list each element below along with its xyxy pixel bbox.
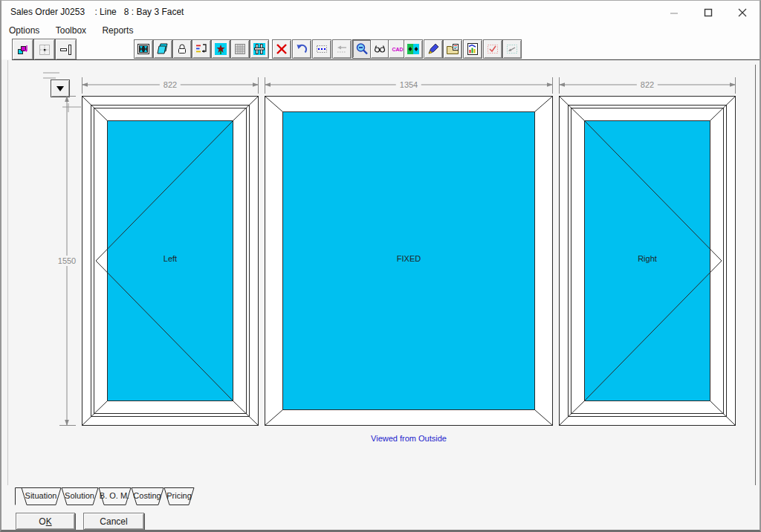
facet-center-label: FIXED bbox=[397, 254, 421, 263]
ok-button[interactable]: OK bbox=[16, 513, 75, 530]
menu-options[interactable]: Options bbox=[3, 24, 45, 37]
vent-leaf-icon bbox=[214, 42, 227, 56]
tab-costing[interactable]: Costing bbox=[133, 491, 161, 500]
specification-icon bbox=[195, 42, 208, 56]
report-folder-button[interactable] bbox=[443, 39, 462, 59]
dimension-right2-value[interactable]: 822 bbox=[637, 80, 658, 89]
ok-button-label: OK bbox=[39, 516, 51, 527]
undo-icon bbox=[295, 42, 308, 56]
facet-center[interactable]: FIXED bbox=[265, 96, 553, 426]
svg-text:CAD: CAD bbox=[392, 47, 403, 52]
design-canvas: 822 1354 822 1550 bbox=[1, 60, 761, 485]
glazing-button[interactable] bbox=[153, 39, 172, 59]
annotate-pen-button[interactable] bbox=[424, 39, 443, 59]
minimize-icon bbox=[670, 8, 679, 17]
undo-button[interactable] bbox=[292, 39, 311, 59]
copy-items-icon bbox=[16, 43, 30, 56]
window-title: Sales Order J0253 : Line 8 : Bay 3 Facet bbox=[10, 7, 184, 17]
surface-pattern-icon bbox=[233, 42, 247, 56]
close-button[interactable] bbox=[725, 1, 760, 24]
grid-select-icon bbox=[38, 43, 51, 56]
dimension-left-value[interactable]: 822 bbox=[160, 80, 181, 89]
hardware-lock-icon bbox=[175, 42, 189, 56]
chart-report-button[interactable] bbox=[463, 39, 482, 59]
close-icon bbox=[738, 8, 747, 17]
scroll-grid-button bbox=[502, 39, 522, 59]
maximize-icon bbox=[704, 8, 713, 17]
dim-points-button[interactable] bbox=[312, 39, 331, 59]
view-3d-icon bbox=[373, 42, 386, 56]
facet-right-label: Right bbox=[638, 254, 657, 263]
delete-button[interactable] bbox=[272, 39, 291, 59]
cancel-button[interactable]: Cancel bbox=[83, 513, 144, 530]
sash-design-icon bbox=[137, 42, 150, 56]
vent-leaf-button[interactable] bbox=[211, 39, 230, 59]
delete-icon bbox=[275, 42, 288, 56]
application-window: Sales Order J0253 : Line 8 : Bay 3 Facet… bbox=[0, 0, 761, 532]
hardware-button[interactable] bbox=[172, 39, 192, 59]
minimize-button[interactable] bbox=[657, 1, 691, 24]
view-3d-button[interactable] bbox=[370, 39, 389, 59]
grid-select-button[interactable] bbox=[33, 39, 55, 60]
scroll-grid-icon bbox=[505, 42, 519, 56]
viewed-from-outside-caption: Viewed from Outside bbox=[371, 434, 447, 443]
canvas-left-edge bbox=[7, 60, 8, 485]
dimension-center-value[interactable]: 1354 bbox=[396, 80, 421, 89]
zoom-icon bbox=[355, 42, 369, 56]
menu-toolbox[interactable]: Toolbox bbox=[50, 24, 92, 37]
canvas-right-edge bbox=[755, 65, 756, 485]
dim-points-icon bbox=[315, 42, 328, 56]
verify-grid-button bbox=[483, 39, 502, 59]
cad-export-icon: CAD bbox=[390, 42, 405, 56]
shift-left-button bbox=[332, 39, 352, 59]
specification-button[interactable] bbox=[192, 39, 211, 59]
menu-reports[interactable]: Reports bbox=[96, 24, 139, 37]
facet-left-label: Left bbox=[163, 254, 177, 263]
chart-report-icon bbox=[466, 42, 479, 56]
move-nodes-icon bbox=[407, 42, 420, 56]
title-bar: Sales Order J0253 : Line 8 : Bay 3 Facet bbox=[1, 1, 760, 24]
menu-bar: Options Toolbox Reports bbox=[1, 24, 760, 38]
tab-situation[interactable]: Situation bbox=[25, 491, 57, 500]
facet-left[interactable]: Left bbox=[82, 96, 259, 426]
zoom-button[interactable] bbox=[352, 39, 372, 59]
annotate-pen-icon bbox=[427, 42, 440, 56]
report-folder-icon bbox=[446, 42, 459, 56]
verify-grid-icon bbox=[486, 42, 499, 56]
surface-pattern-button[interactable] bbox=[230, 39, 250, 59]
glazing-bars-button[interactable] bbox=[250, 39, 269, 59]
copy-items-button[interactable] bbox=[12, 39, 33, 60]
tab-pricing[interactable]: Pricing bbox=[166, 491, 192, 500]
tab-solution[interactable]: Solution bbox=[65, 491, 94, 500]
dimension-height-value[interactable]: 1550 bbox=[56, 256, 77, 266]
glazing-bars-icon bbox=[253, 42, 266, 56]
tab-strip: Situation Solution B. O. M. Costing Pric… bbox=[1, 485, 761, 509]
frame-section-button[interactable] bbox=[55, 39, 77, 60]
move-nodes-button[interactable] bbox=[404, 39, 423, 59]
sash-design-button[interactable] bbox=[134, 39, 153, 59]
maximize-button[interactable] bbox=[691, 1, 725, 24]
shift-left-icon bbox=[335, 42, 349, 56]
cancel-button-label: Cancel bbox=[100, 516, 127, 527]
tab-bom[interactable]: B. O. M. bbox=[100, 491, 129, 500]
frame-section-icon bbox=[59, 43, 73, 56]
glazing-icon bbox=[156, 42, 169, 56]
toolbar: CAD bbox=[1, 38, 760, 59]
facet-right[interactable]: Right bbox=[559, 96, 736, 426]
